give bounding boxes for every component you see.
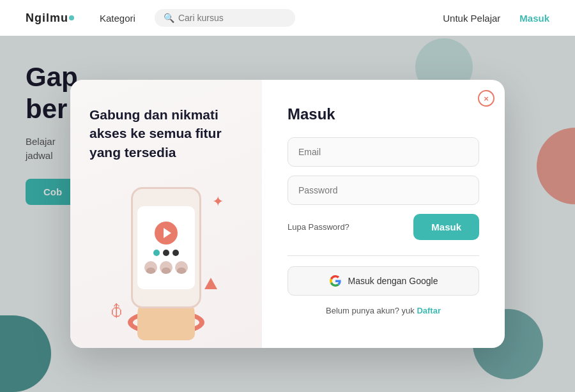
- forgot-password-link[interactable]: Lupa Password?: [288, 222, 349, 232]
- deco-lines: ✦: [212, 193, 224, 210]
- phone-dots: [153, 250, 179, 256]
- deco-triangle: [204, 278, 217, 289]
- navbar: Ngilmu Kategori 🔍 Untuk Pelajar Masuk: [0, 0, 575, 36]
- modal-left-title: Gabung dan nikmati akses ke semua fitur …: [89, 105, 243, 162]
- register-text: Belum punya akun? yuk Daftar: [288, 306, 479, 315]
- phone-body: [131, 187, 201, 308]
- masuk-button[interactable]: Masuk: [413, 214, 479, 240]
- phone-screen: [137, 206, 195, 289]
- modal-title: Masuk: [288, 105, 479, 123]
- divider: [288, 255, 479, 256]
- nav-masuk[interactable]: Masuk: [519, 13, 549, 24]
- person-3: [175, 261, 188, 274]
- google-signin-button[interactable]: Masuk dengan Google: [288, 266, 479, 296]
- logo: Ngilmu: [26, 11, 74, 25]
- google-btn-label: Masuk dengan Google: [348, 276, 438, 286]
- modal-close-button[interactable]: ×: [478, 90, 494, 107]
- person-1: [144, 261, 157, 274]
- register-link[interactable]: Daftar: [417, 306, 441, 315]
- modal-left-panel: Gabung dan nikmati akses ke semua fitur …: [70, 80, 262, 348]
- email-field-group: [288, 137, 479, 167]
- password-field-group: [288, 176, 479, 205]
- dot-3: [172, 250, 179, 256]
- register-prompt: Belum punya akun? yuk: [326, 306, 417, 315]
- nav-kategori[interactable]: Kategori: [100, 13, 135, 24]
- play-button-icon: [155, 222, 178, 245]
- phone-illustration: ✦: [96, 174, 236, 340]
- form-action-row: Lupa Password? Masuk: [288, 214, 479, 240]
- nav-right: Untuk Pelajar Masuk: [443, 13, 549, 24]
- person-2: [160, 261, 172, 274]
- modal-right-panel: × Masuk Lupa Password? Masuk: [262, 80, 505, 348]
- google-logo-svg: [330, 275, 341, 287]
- search-bar: 🔍: [155, 9, 295, 27]
- password-input[interactable]: [288, 176, 479, 205]
- phone-people: [144, 261, 188, 274]
- google-icon: [329, 275, 342, 287]
- deco-swirl: ⦽: [109, 301, 125, 321]
- modal-overlay: Gabung dan nikmati akses ke semua fitur …: [0, 36, 575, 392]
- dot-1: [153, 250, 160, 256]
- modal: Gabung dan nikmati akses ke semua fitur …: [70, 80, 505, 348]
- logo-dot: [69, 15, 74, 20]
- logo-text: Ngilmu: [26, 11, 68, 25]
- dot-2: [163, 250, 169, 256]
- nav-untuk-pelajar[interactable]: Untuk Pelajar: [443, 13, 500, 24]
- email-input[interactable]: [288, 137, 479, 167]
- search-input[interactable]: [178, 13, 286, 23]
- search-icon: 🔍: [164, 13, 174, 23]
